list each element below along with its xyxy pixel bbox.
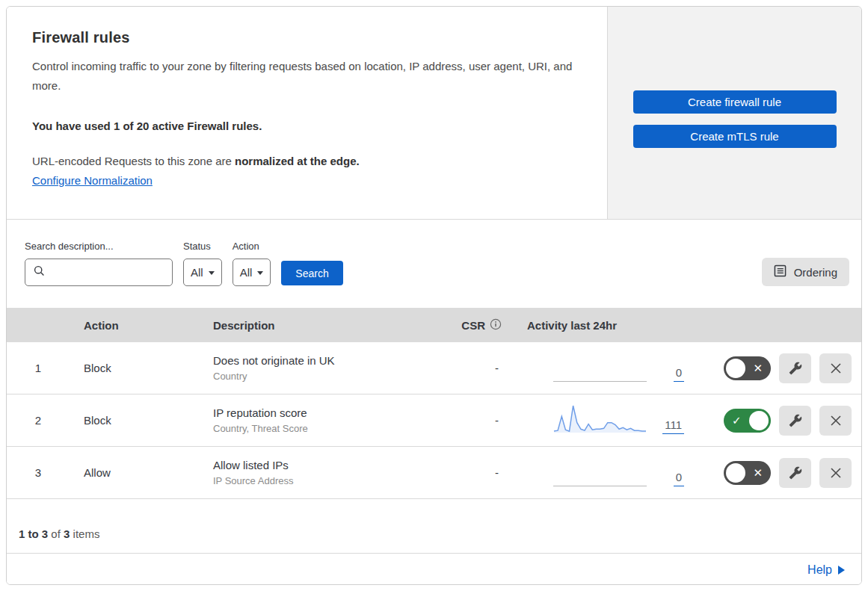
rule-priority: 2 (7, 414, 70, 427)
close-icon (828, 361, 843, 376)
activity-column-header: Activity last 24hr (506, 319, 699, 332)
help-link-label: Help (807, 563, 832, 577)
rule-description-cell: Does not originate in UK Country (213, 354, 445, 382)
rule-enabled-toggle[interactable]: ✓ ✕ (724, 409, 771, 433)
description-column-header: Description (213, 319, 445, 332)
ordering-button-label: Ordering (794, 266, 837, 279)
toggle-knob (726, 359, 745, 378)
items-text: items (73, 527, 100, 540)
delete-rule-button[interactable] (819, 458, 852, 488)
chevron-down-icon (257, 271, 263, 275)
firewall-rules-card: Firewall rules Control incoming traffic … (6, 6, 862, 585)
action-label: Action (233, 241, 271, 252)
info-icon[interactable] (490, 318, 502, 332)
activity-count-link[interactable]: 0 (674, 366, 684, 382)
rule-controls: ✓ ✕ (699, 406, 861, 436)
help-link[interactable]: Help (807, 563, 845, 577)
toggle-knob (726, 463, 745, 483)
pagination-summary: 1 to 3 of 3 items (7, 499, 861, 554)
activity-sparkline-empty (553, 349, 647, 382)
normalization-text: URL-encoded Requests to this zone are (32, 155, 235, 167)
status-dropdown-value: All (191, 266, 203, 279)
rule-csr-value: - (445, 362, 506, 374)
cross-icon: ✕ (753, 362, 763, 374)
activity-sparkline-empty (553, 454, 647, 486)
delete-rule-button[interactable] (819, 406, 852, 436)
search-group: Search description... (25, 241, 173, 286)
help-bar: Help (7, 554, 861, 585)
action-dropdown-value: All (240, 266, 253, 279)
toggle-knob (749, 411, 769, 430)
create-mtls-rule-button[interactable]: Create mTLS rule (633, 125, 837, 148)
arrow-right-icon (838, 566, 845, 575)
rule-description: Allow listed IPs (213, 459, 445, 471)
search-label: Search description... (25, 241, 173, 252)
search-input-box[interactable] (25, 259, 173, 286)
rule-csr-value: - (445, 466, 506, 479)
rule-action: Block (70, 414, 213, 427)
search-input[interactable] (51, 267, 166, 279)
csr-column-header: CSR (445, 318, 506, 332)
activity-count-link[interactable]: 111 (662, 418, 684, 434)
check-icon: ✓ (732, 415, 742, 426)
header-actions-panel: Create firewall rule Create mTLS rule (608, 7, 861, 219)
close-icon (828, 465, 843, 480)
edit-rule-button[interactable] (779, 458, 811, 488)
rule-description: IP reputation score (213, 406, 445, 419)
search-button[interactable]: Search (281, 261, 342, 285)
usage-summary: You have used 1 of 20 active Firewall ru… (32, 120, 585, 132)
table-row: 1 Block Does not originate in UK Country… (7, 342, 861, 394)
filters-bar: Search description... Status All Action … (7, 220, 861, 308)
item-total: 3 (64, 527, 70, 540)
action-dropdown[interactable]: All (233, 259, 271, 286)
wrench-icon (789, 414, 802, 427)
delete-rule-button[interactable] (819, 353, 852, 383)
rule-controls: ✓ ✕ (699, 353, 861, 383)
rule-action: Allow (70, 466, 213, 479)
rule-activity-cell: 0 (506, 342, 699, 394)
status-dropdown[interactable]: All (183, 259, 222, 286)
rule-enabled-toggle[interactable]: ✓ ✕ (724, 461, 771, 485)
activity-sparkline (553, 401, 647, 434)
rule-activity-cell: 0 (506, 447, 699, 498)
rule-csr-value: - (445, 414, 506, 427)
search-icon (34, 265, 45, 279)
normalization-bold: normalized at the edge. (235, 155, 360, 167)
rule-priority: 1 (7, 362, 70, 374)
status-label: Status (183, 241, 222, 252)
table-row: 2 Block IP reputation score Country, Thr… (7, 394, 861, 447)
header-section: Firewall rules Control incoming traffic … (7, 7, 861, 220)
header-text-panel: Firewall rules Control incoming traffic … (7, 7, 608, 219)
wrench-icon (789, 466, 802, 480)
rule-fields: IP Source Address (213, 475, 445, 486)
item-range: 1 to 3 (19, 527, 48, 540)
rule-enabled-toggle[interactable]: ✓ ✕ (724, 356, 771, 380)
rule-controls: ✓ ✕ (699, 458, 861, 488)
csr-header-label: CSR (461, 319, 485, 332)
action-column-header: Action (70, 319, 213, 332)
rule-description-cell: Allow listed IPs IP Source Address (213, 459, 445, 486)
activity-count-link[interactable]: 0 (674, 471, 684, 486)
create-firewall-rule-button[interactable]: Create firewall rule (633, 90, 837, 114)
rule-priority: 3 (7, 466, 70, 479)
table-header: Action Description CSR Activity last 24h… (7, 308, 861, 342)
close-icon (828, 413, 843, 428)
rule-description-cell: IP reputation score Country, Threat Scor… (213, 406, 445, 434)
ordering-button[interactable]: Ordering (762, 258, 849, 286)
rule-fields: Country (213, 371, 445, 382)
action-filter-group: Action All (233, 241, 271, 286)
edit-rule-button[interactable] (779, 406, 811, 436)
rule-activity-cell: 111 (506, 394, 699, 446)
edit-rule-button[interactable] (779, 353, 811, 383)
chevron-down-icon (209, 271, 215, 275)
normalization-note: URL-encoded Requests to this zone are no… (32, 155, 585, 167)
wrench-icon (789, 362, 802, 375)
cross-icon: ✕ (753, 467, 763, 478)
ordering-list-icon (774, 264, 787, 279)
of-text: of (51, 527, 61, 540)
page-title: Firewall rules (32, 29, 585, 46)
rule-action: Block (70, 362, 213, 374)
configure-normalization-link[interactable]: Configure Normalization (32, 174, 153, 187)
status-filter-group: Status All (183, 241, 222, 286)
rule-fields: Country, Threat Score (213, 423, 445, 434)
